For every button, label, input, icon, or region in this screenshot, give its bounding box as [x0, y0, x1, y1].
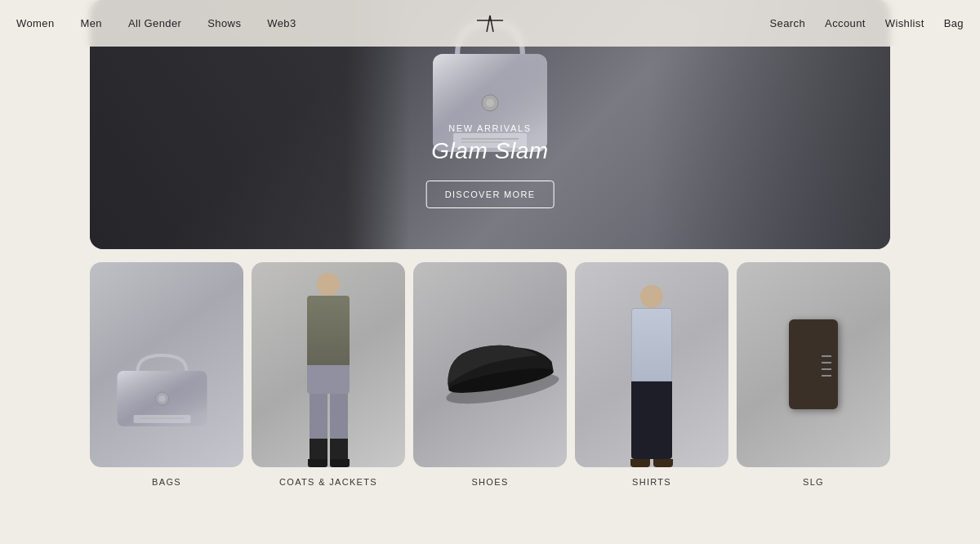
figure-foot-right [330, 459, 350, 467]
category-card-slg[interactable]: SLG [737, 262, 890, 487]
sp-head [640, 285, 663, 308]
nav-item-women[interactable]: Women [16, 17, 55, 29]
figure-foot-left [308, 459, 327, 467]
sp-shirt [631, 308, 672, 381]
svg-point-6 [486, 99, 494, 107]
svg-line-2 [490, 16, 493, 32]
hero-title: Glam Slam [426, 138, 555, 164]
figure-shorts [307, 365, 350, 394]
nav-item-search[interactable]: Search [770, 17, 806, 29]
svg-line-1 [487, 16, 490, 32]
category-card-coats[interactable]: COATS & JACKETS [252, 262, 405, 487]
nav-center-logo[interactable] [475, 11, 505, 37]
nav-right: Search Account Wishlist Bag [770, 17, 964, 29]
logo-svg [475, 11, 505, 37]
wallet-stitches [822, 355, 831, 377]
hero-label: NEW ARRIVALS [426, 123, 555, 133]
nav-item-wishlist[interactable]: Wishlist [885, 17, 924, 29]
sp-feet [630, 459, 673, 467]
category-label-coats: COATS & JACKETS [279, 477, 377, 487]
category-card-shoes[interactable]: SHOES [413, 262, 567, 487]
category-card-bags[interactable]: BAGS [90, 262, 243, 487]
sp-foot-left [630, 459, 650, 467]
nav-left: Women Men All Gender Shows Web3 [16, 17, 296, 29]
nav-item-shows[interactable]: Shows [207, 17, 241, 29]
navbar: Women Men All Gender Shows Web3 Search A… [0, 0, 980, 47]
category-image-shirts [575, 262, 728, 467]
nav-item-web3[interactable]: Web3 [267, 17, 296, 29]
shoe-product-image [432, 323, 548, 406]
figure-feet [308, 459, 350, 467]
svg-point-13 [159, 395, 166, 402]
figure-head [317, 273, 340, 296]
stitch-3 [822, 368, 831, 370]
stitch-2 [822, 362, 831, 363]
category-label-shirts: SHIRTS [632, 477, 671, 487]
sp-pants [631, 381, 672, 459]
shoe-svg [432, 320, 565, 414]
hero-overlay: NEW ARRIVALS Glam Slam DISCOVER MORE [426, 123, 555, 208]
shirts-person-figure [630, 285, 673, 467]
nav-item-bag[interactable]: Bag [944, 17, 964, 29]
category-image-bags [90, 262, 243, 467]
nav-item-all-gender[interactable]: All Gender [128, 17, 181, 29]
stitch-4 [822, 375, 831, 377]
category-label-shoes: SHOES [471, 477, 508, 487]
stitch-1 [822, 355, 831, 357]
nav-item-account[interactable]: Account [825, 17, 866, 29]
category-card-shirts[interactable]: SHIRTS [575, 262, 728, 487]
discover-more-button[interactable]: DISCOVER MORE [426, 181, 555, 208]
figure-leg-left [310, 394, 327, 439]
figure-leg-right [330, 394, 348, 439]
categories-section: BAGS [0, 249, 980, 511]
sp-foot-right [653, 459, 673, 467]
category-label-bags: BAGS [152, 477, 181, 487]
wallet-product-image [789, 319, 838, 409]
bags-product-image [109, 343, 216, 433]
logo[interactable] [475, 11, 505, 37]
figure-sock-right [330, 439, 348, 459]
category-image-slg [737, 262, 890, 467]
categories-grid: BAGS [90, 262, 890, 487]
category-image-shoes [413, 262, 567, 467]
figure-legs [310, 394, 348, 439]
figure-sock-left [310, 439, 327, 459]
figure-socks [310, 439, 348, 459]
figure-torso [307, 296, 350, 365]
svg-rect-14 [134, 415, 191, 423]
category-image-coats [252, 262, 405, 467]
nav-item-men[interactable]: Men [81, 17, 102, 29]
category-label-slg: SLG [803, 477, 824, 487]
coats-person-figure [307, 273, 350, 467]
